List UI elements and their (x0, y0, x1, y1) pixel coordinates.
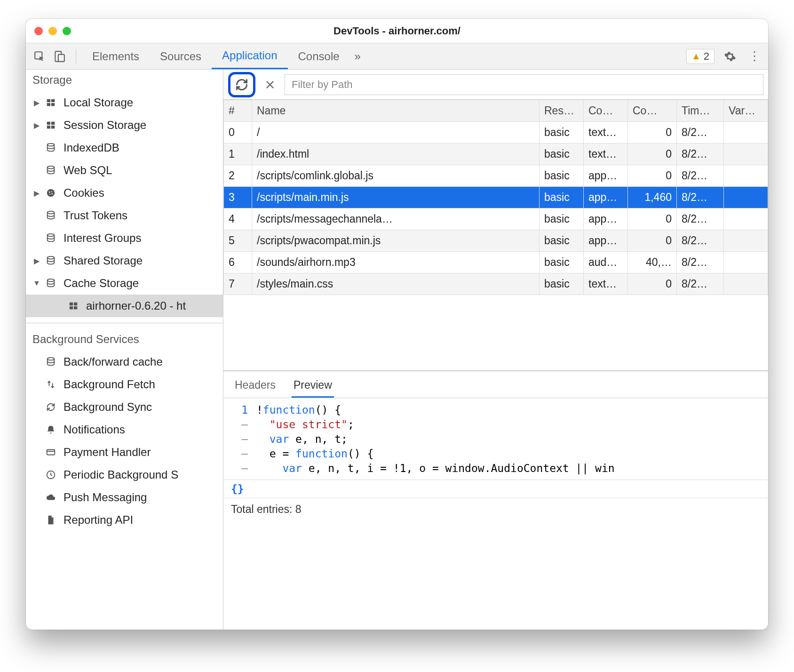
sidebar-item-notifications[interactable]: Notifications (26, 418, 223, 441)
sidebar-item-label: Background Sync (64, 400, 152, 414)
filter-input[interactable] (285, 74, 763, 95)
svg-rect-23 (74, 303, 77, 305)
table-row[interactable]: 6 /sounds/airhorn.mp3 basic aud… 40,… 8/… (224, 252, 768, 273)
table-row[interactable]: 1 /index.html basic text… 0 8/2… (224, 144, 768, 165)
sidebar-item-cookies[interactable]: ▶ Cookies (26, 182, 223, 204)
device-toolbar-icon[interactable] (50, 48, 68, 65)
sidebar-item-periodic-background-s[interactable]: Periodic Background S (26, 464, 223, 486)
db-grid-icon (46, 97, 59, 108)
sidebar-item-back-forward-cache[interactable]: Back/forward cache (26, 351, 223, 373)
sidebar-item-label: IndexedDB (64, 141, 119, 154)
devtools-window: DevTools - airhorner.com/ Elements Sourc… (26, 19, 768, 630)
table-row[interactable]: 7 /styles/main.css basic text… 0 8/2… (224, 273, 768, 295)
preview-code: 1!function() {– "use strict";– var e, n,… (223, 398, 768, 480)
sidebar-item-cache-storage[interactable]: ▼ Cache Storage (26, 272, 223, 295)
cloud-icon (46, 492, 59, 503)
sidebar-item-web-sql[interactable]: ▶ Web SQL (26, 159, 223, 182)
sidebar-item-session-storage[interactable]: ▶ Session Storage (26, 114, 223, 136)
cache-toolbar (223, 70, 768, 100)
svg-point-19 (48, 234, 55, 237)
col-header[interactable]: # (224, 100, 252, 122)
sidebar-item-shared-storage[interactable]: ▶ Shared Storage (26, 249, 223, 272)
disclosure-icon: ▼ (32, 279, 41, 288)
disclosure-icon: ▶ (32, 121, 41, 130)
settings-gear-icon[interactable] (721, 48, 739, 65)
tab-application[interactable]: Application (212, 43, 287, 69)
background-services-heading: Background Services (26, 323, 223, 351)
svg-rect-2 (58, 54, 64, 61)
separator (76, 49, 76, 64)
db-icon (46, 233, 59, 243)
svg-point-15 (51, 191, 52, 192)
sidebar-item-trust-tokens[interactable]: ▶ Trust Tokens (26, 204, 223, 227)
tab-preview[interactable]: Preview (292, 376, 334, 398)
svg-rect-25 (74, 306, 77, 309)
table-row[interactable]: 3 /scripts/main.min.js basic app… 1,460 … (224, 187, 768, 208)
cache-table: #NameRes…Co…Co…Tim…Var… 0 / basic text… … (223, 100, 768, 371)
sidebar-item-label: Session Storage (64, 119, 146, 132)
code-line: – var e, n, t; (223, 432, 768, 447)
tab-sources[interactable]: Sources (150, 43, 212, 69)
db-grid-icon (46, 120, 59, 130)
warnings-chip[interactable]: ▲ 2 (686, 49, 715, 64)
svg-point-26 (48, 358, 55, 360)
sidebar-item-reporting-api[interactable]: Reporting API (26, 509, 223, 531)
sidebar-item-label: Shared Storage (64, 254, 143, 267)
tabs-overflow-button[interactable]: » (350, 43, 365, 69)
updown-icon (46, 379, 59, 390)
col-header[interactable]: Res… (540, 100, 584, 122)
table-row[interactable]: 4 /scripts/messagechannela… basic app… 0… (224, 208, 768, 230)
col-header[interactable]: Name (252, 100, 540, 122)
sidebar-item-local-storage[interactable]: ▶ Local Storage (26, 91, 223, 114)
sidebar-item-label: Notifications (64, 423, 125, 436)
more-menu-icon[interactable]: ⋮ (746, 48, 763, 65)
sidebar-item-push-messaging[interactable]: Push Messaging (26, 486, 223, 509)
sidebar-item-indexeddb[interactable]: ▶ IndexedDB (26, 136, 223, 159)
svg-point-18 (48, 211, 55, 214)
sidebar-item-interest-groups[interactable]: ▶ Interest Groups (26, 227, 223, 249)
window-controls (34, 27, 71, 35)
table-row[interactable]: 2 /scripts/comlink.global.js basic app… … (224, 165, 768, 187)
svg-rect-4 (51, 99, 55, 102)
code-line: – var e, n, t, i = !1, o = window.AudioC… (223, 461, 768, 476)
minimize-window-button[interactable] (48, 27, 57, 35)
tab-elements[interactable]: Elements (82, 43, 150, 69)
cache-storage-panel: #NameRes…Co…Co…Tim…Var… 0 / basic text… … (223, 70, 768, 630)
sidebar-item-label: Local Storage (64, 96, 133, 109)
tab-headers[interactable]: Headers (233, 376, 278, 398)
warnings-count: 2 (704, 50, 709, 63)
db-icon (46, 143, 59, 153)
sidebar-item-label: Background Fetch (64, 378, 155, 391)
col-header[interactable]: Var… (724, 100, 768, 122)
main-tabbar: Elements Sources Application Console » ▲… (26, 43, 768, 70)
application-sidebar: Storage ▶ Local Storage▶ Session Storage… (26, 70, 223, 630)
svg-point-17 (51, 193, 53, 194)
storage-heading: Storage (26, 70, 223, 91)
svg-point-13 (47, 189, 55, 197)
close-window-button[interactable] (34, 27, 43, 35)
sidebar-item-background-sync[interactable]: Background Sync (26, 396, 223, 418)
zoom-window-button[interactable] (63, 27, 71, 35)
inspect-element-icon[interactable] (31, 48, 48, 65)
clear-button[interactable] (260, 80, 280, 90)
col-header[interactable]: Co… (584, 100, 628, 122)
svg-rect-27 (47, 450, 55, 455)
svg-point-20 (48, 256, 55, 259)
refresh-button[interactable] (228, 72, 255, 97)
table-row[interactable]: 5 /scripts/pwacompat.min.js basic app… 0… (224, 230, 768, 252)
svg-rect-24 (70, 306, 73, 309)
code-line: – "use strict"; (223, 417, 768, 432)
svg-rect-9 (47, 126, 50, 128)
col-header[interactable]: Co… (628, 100, 677, 122)
svg-rect-3 (47, 99, 50, 102)
svg-point-12 (48, 166, 55, 169)
sidebar-item-payment-handler[interactable]: Payment Handler (26, 441, 223, 464)
svg-point-11 (48, 144, 55, 146)
db-grid-icon (68, 301, 81, 311)
sidebar-item-background-fetch[interactable]: Background Fetch (26, 373, 223, 396)
col-header[interactable]: Tim… (677, 100, 724, 122)
table-row[interactable]: 0 / basic text… 0 8/2… (224, 122, 768, 144)
brace-hint[interactable]: {} (223, 480, 768, 498)
tab-console[interactable]: Console (288, 43, 350, 69)
sidebar-item-cache-entry[interactable]: airhorner-0.6.20 - ht (26, 295, 223, 317)
